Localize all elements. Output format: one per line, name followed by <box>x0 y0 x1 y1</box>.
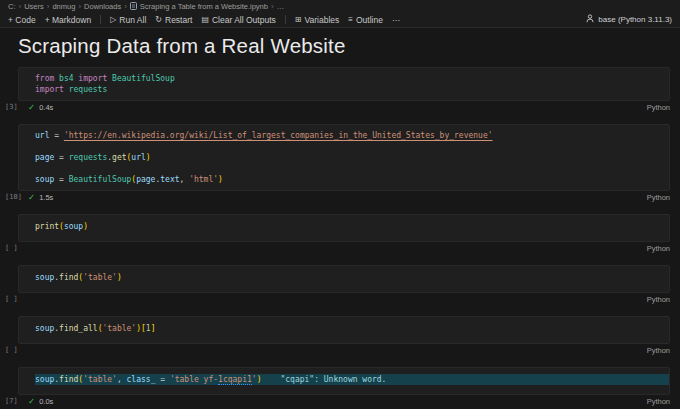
notebook: Scraping Data from a Real Website from b… <box>0 28 680 408</box>
breadcrumb-item-users[interactable]: Users <box>24 2 44 11</box>
cell-code-editor[interactable]: print(soup) <box>18 214 670 242</box>
code-token: 'table' <box>102 324 136 333</box>
execution-count: [3] <box>5 103 18 111</box>
cell-language-picker[interactable]: Python <box>647 244 670 253</box>
restart-button[interactable]: ↻ Restart <box>155 15 192 25</box>
cell-code-editor[interactable]: from bs4 import BeautifulSoupimport requ… <box>18 67 670 101</box>
notebook-cell: soup.find('table')[ ]Python <box>18 265 670 306</box>
run-all-button[interactable]: ▷ Run All <box>110 15 146 25</box>
success-check-icon: ✓ <box>28 193 35 202</box>
code-token: page <box>35 153 54 162</box>
add-markdown-cell-button[interactable]: + Markdown <box>45 15 92 25</box>
breadcrumb-file-label: Scraping a Table from a Website.ipynb <box>140 2 268 11</box>
kernel-environment-icon <box>586 14 594 25</box>
success-check-icon: ✓ <box>28 103 35 112</box>
code-line: soup.find_all('table')[1] <box>35 323 669 334</box>
spellcheck-hint: "cqapi": Unknown word. <box>280 375 386 384</box>
code-line: print(soup) <box>35 221 669 232</box>
code-token: page <box>136 175 155 184</box>
cell-language-picker[interactable]: Python <box>647 193 670 202</box>
chevron-right-icon: › <box>271 2 274 11</box>
code-token: , <box>117 375 127 384</box>
notebook-cell: url = 'https://en.wikipedia.org/wiki/Lis… <box>18 124 670 204</box>
code-token: ) <box>218 175 223 184</box>
code-token: get <box>112 153 126 162</box>
code-token: class_ <box>127 375 156 384</box>
code-token: BeautifulSoup <box>69 175 132 184</box>
breadcrumb-item-downloads[interactable]: Downloads <box>84 2 121 11</box>
execution-count: [ ] <box>5 295 18 303</box>
breadcrumb-item-cell[interactable]: … <box>277 2 285 11</box>
code-token: = <box>54 175 68 184</box>
chevron-right-icon: › <box>47 2 50 11</box>
cells: from bs4 import BeautifulSoupimport requ… <box>18 67 670 408</box>
breadcrumb-item-file[interactable]: Scraping a Table from a Website.ipynb <box>130 2 268 12</box>
cell-language-picker[interactable]: Python <box>647 295 670 304</box>
code-token: soup <box>64 222 83 231</box>
code-token: url <box>131 153 145 162</box>
breadcrumb-item-user[interactable]: dnmug <box>52 2 75 11</box>
code-token: import <box>35 85 69 94</box>
code-token: ) <box>117 273 122 282</box>
cell-language-picker[interactable]: Python <box>647 103 670 112</box>
code-token: from <box>35 74 59 83</box>
notebook-cell: from bs4 import BeautifulSoupimport requ… <box>18 67 670 114</box>
clear-all-outputs-button[interactable]: ▤ Clear All Outputs <box>201 15 275 25</box>
execution-count: [7] <box>5 397 18 405</box>
execution-count: [10] <box>5 193 22 201</box>
code-token: import <box>74 74 113 83</box>
code-token: ] <box>151 324 156 333</box>
code-token: requests <box>69 153 108 162</box>
code-line <box>35 163 669 174</box>
outline-icon: ≡ <box>348 15 353 24</box>
success-check-icon: ✓ <box>28 397 35 406</box>
restart-icon: ↻ <box>155 15 162 24</box>
cell-code-editor[interactable]: soup.find_all('table')[1] <box>18 316 670 344</box>
cell-status-bar: [ ]Python <box>18 344 670 357</box>
code-token: BeautifulSoup <box>112 74 175 83</box>
variables-button[interactable]: ⊞ Variables <box>295 15 340 25</box>
chevron-right-icon: › <box>124 2 127 11</box>
kernel-picker[interactable]: base (Python 3.11.3) <box>586 14 672 25</box>
code-token: ) <box>146 153 151 162</box>
cell-code-editor[interactable]: soup.find('table', class_ = 'table yf-1c… <box>18 367 670 395</box>
execution-time: 0.0s <box>39 397 53 406</box>
add-code-cell-button[interactable]: + Code <box>8 15 36 25</box>
execution-count: [ ] <box>5 244 18 252</box>
code-token: , <box>180 175 190 184</box>
kernel-label: base (Python 3.11.3) <box>598 15 672 24</box>
code-token: ) <box>83 222 88 231</box>
cell-language-picker[interactable]: Python <box>647 397 670 406</box>
more-actions-button[interactable]: ··· <box>392 15 401 25</box>
code-token: 1cqapi1 <box>218 375 252 385</box>
code-token: text <box>160 175 179 184</box>
code-token: find <box>59 375 78 384</box>
notebook-cell: soup.find_all('table')[1][ ]Python <box>18 316 670 357</box>
markdown-title: Scraping Data from a Real Website <box>18 34 670 58</box>
cell-code-editor[interactable]: soup.find('table') <box>18 265 670 293</box>
code-token: find_all <box>59 324 98 333</box>
code-token: 'table' <box>83 375 117 384</box>
code-token: = <box>155 375 169 384</box>
code-token: find <box>59 273 78 282</box>
code-token: soup <box>35 375 54 384</box>
breadcrumb-item-drive[interactable]: C: <box>8 2 16 11</box>
code-token: soup <box>35 175 54 184</box>
code-line: page = requests.get(url) <box>35 152 669 163</box>
clear-all-outputs-icon: ▤ <box>201 15 209 24</box>
code-line: soup = BeautifulSoup(page.text, 'html') <box>35 174 669 185</box>
toolbar-divider <box>285 15 286 24</box>
outline-button[interactable]: ≡ Outline <box>348 15 383 25</box>
cell-code-editor[interactable]: url = 'https://en.wikipedia.org/wiki/Lis… <box>18 124 670 191</box>
code-line <box>35 141 669 152</box>
notebook-toolbar: + Code + Markdown ▷ Run All ↻ Restart ▤ … <box>0 12 680 28</box>
code-line: from bs4 import BeautifulSoup <box>35 73 669 84</box>
cell-language-picker[interactable]: Python <box>647 346 670 355</box>
run-all-icon: ▷ <box>110 15 116 24</box>
code-token: requests <box>69 85 108 94</box>
breadcrumb: C: › Users › dnmug › Downloads › Scrapin… <box>0 0 680 12</box>
code-line: import requests <box>35 84 669 95</box>
chevron-right-icon: › <box>78 2 81 11</box>
execution-time: 0.4s <box>39 103 53 112</box>
execution-count: [ ] <box>5 346 18 354</box>
